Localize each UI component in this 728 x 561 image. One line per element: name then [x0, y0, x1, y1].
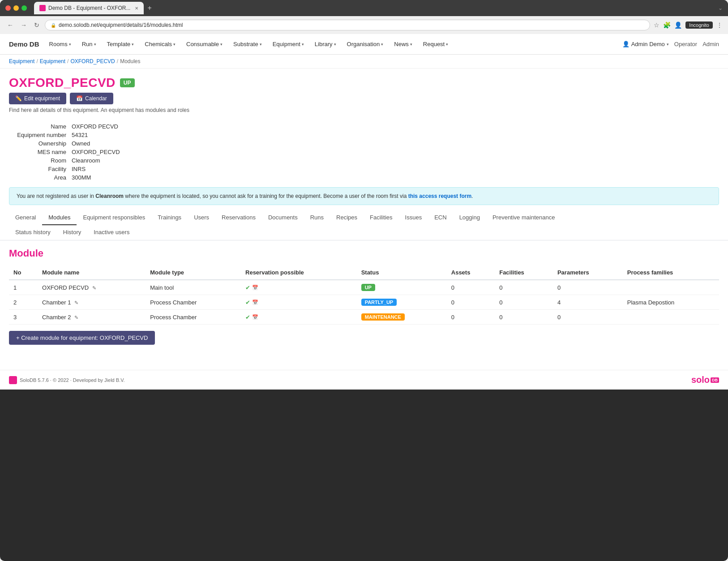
- col-parameters: Parameters: [553, 266, 623, 280]
- edit-equipment-button[interactable]: ✏️ Edit equipment: [9, 93, 66, 104]
- url-text: demo.solodb.net/equipment/details/16/mod…: [59, 22, 183, 28]
- refresh-button[interactable]: ↻: [32, 21, 41, 30]
- table-row: 2 Chamber 1 ✎ Process Chamber ✔ 📅: [9, 295, 719, 310]
- detail-row-mes: MES name OXFORD_PECVD: [9, 148, 124, 156]
- edit-module-icon[interactable]: ✎: [74, 315, 78, 320]
- tab-reservations[interactable]: Reservations: [215, 210, 262, 225]
- nav-item-library[interactable]: Library ▾: [310, 38, 341, 50]
- footer-left: SoloDB 5.7.6 · © 2022 · Developed by Jie…: [9, 376, 125, 384]
- nav-item-rooms[interactable]: Rooms ▾: [45, 38, 76, 50]
- section-title: Module: [9, 248, 719, 259]
- back-button[interactable]: ←: [5, 21, 15, 30]
- nav-item-organisation[interactable]: Organisation ▾: [343, 38, 388, 50]
- tab-logging[interactable]: Logging: [453, 210, 486, 225]
- nav-item-equipment[interactable]: Equipment ▾: [268, 38, 308, 50]
- calendar-button[interactable]: 📅 Calendar: [70, 93, 113, 104]
- nav-item-template[interactable]: Template ▾: [103, 38, 139, 50]
- calendar-small-icon[interactable]: 📅: [252, 285, 258, 291]
- row1-assets: 0: [447, 280, 495, 295]
- nav-item-request[interactable]: Request ▾: [419, 38, 453, 50]
- nav-item-consumable[interactable]: Consumable ▾: [182, 38, 227, 50]
- tab-recipes[interactable]: Recipes: [330, 210, 364, 225]
- nav-item-substrate[interactable]: Substrate ▾: [229, 38, 266, 50]
- traffic-lights: [5, 5, 27, 11]
- col-assets: Assets: [447, 266, 495, 280]
- active-tab[interactable]: Demo DB - Equipment - OXFOR... ✕: [34, 2, 144, 14]
- calendar-small-icon[interactable]: 📅: [252, 314, 258, 320]
- footer-db-badge: DB: [711, 377, 719, 383]
- user-name: Admin Demo: [631, 41, 665, 47]
- equipment-title: OXFORD_PECVD: [9, 76, 116, 90]
- tabs-row-1: General Modules Equipment responsibles T…: [9, 210, 719, 225]
- alert-box: You are not registered as user in Cleanr…: [9, 187, 719, 205]
- forward-button[interactable]: →: [19, 21, 29, 30]
- chevron-down-icon: ▾: [667, 42, 669, 47]
- tab-equipment-responsibles[interactable]: Equipment responsibles: [77, 210, 151, 225]
- calendar-small-icon[interactable]: 📅: [252, 300, 258, 305]
- star-icon[interactable]: ☆: [654, 21, 659, 29]
- maximize-button[interactable]: [21, 5, 27, 11]
- edit-module-icon[interactable]: ✎: [74, 300, 78, 305]
- tab-facilities[interactable]: Facilities: [364, 210, 399, 225]
- breadcrumb-equipment-link[interactable]: Equipment: [9, 58, 34, 64]
- app-content: Demo DB Rooms ▾ Run ▾ Template ▾ Chemica…: [0, 34, 728, 390]
- value-area: 300MM: [72, 173, 124, 182]
- table-row: 3 Chamber 2 ✎ Process Chamber ✔ 📅: [9, 310, 719, 325]
- chevron-down-icon: ▾: [132, 42, 134, 47]
- details-table: Name OXFORD PECVD Equipment number 54321…: [9, 122, 124, 182]
- tab-issues[interactable]: Issues: [399, 210, 428, 225]
- chevron-down-icon: ▾: [260, 42, 262, 47]
- tab-runs[interactable]: Runs: [304, 210, 330, 225]
- value-mes: OXFORD_PECVD: [72, 148, 124, 156]
- footer-logo-text: solo: [691, 375, 710, 385]
- chevron-down-icon: ▾: [220, 42, 223, 47]
- new-tab-button[interactable]: +: [146, 4, 153, 12]
- tab-close-icon[interactable]: ✕: [135, 6, 138, 11]
- minimize-button[interactable]: [13, 5, 19, 11]
- url-bar[interactable]: 🔒 demo.solodb.net/equipment/details/16/m…: [45, 20, 650, 30]
- user-menu[interactable]: 👤 Admin Demo ▾: [622, 41, 669, 47]
- nav-item-run[interactable]: Run ▾: [77, 38, 101, 50]
- create-module-button[interactable]: + Create module for equipment: OXFORD_PE…: [9, 331, 155, 345]
- chevron-down-icon: ▾: [410, 42, 412, 47]
- menu-icon[interactable]: ⋮: [716, 21, 723, 29]
- nav-item-chemicals[interactable]: Chemicals ▾: [140, 38, 180, 50]
- tab-users[interactable]: Users: [188, 210, 215, 225]
- tab-favicon: [39, 5, 46, 11]
- row3-assets: 0: [447, 310, 495, 325]
- chevron-down-icon: ▾: [446, 42, 448, 47]
- equipment-actions: ✏️ Edit equipment 📅 Calendar: [9, 93, 719, 104]
- row2-status: PARTLY_UP: [357, 295, 447, 310]
- equipment-header: OXFORD_PECVD UP ✏️ Edit equipment 📅 Cale…: [0, 69, 728, 122]
- detail-row-area: Area 300MM: [9, 173, 124, 182]
- edit-module-icon[interactable]: ✎: [92, 285, 96, 291]
- detail-row-equip-num: Equipment number 54321: [9, 131, 124, 139]
- address-bar-actions: ☆ 🧩 👤 Incognito ⋮: [654, 21, 723, 29]
- status-badge: MAINTENANCE: [361, 313, 405, 321]
- tab-general[interactable]: General: [9, 210, 42, 225]
- app-footer: SoloDB 5.7.6 · © 2022 · Developed by Jie…: [0, 370, 728, 390]
- tab-inactive-users[interactable]: Inactive users: [87, 225, 136, 240]
- tab-history[interactable]: History: [57, 225, 87, 240]
- tab-trainings[interactable]: Trainings: [151, 210, 188, 225]
- col-module-name: Module name: [38, 266, 146, 280]
- row3-type: Process Chamber: [146, 310, 241, 325]
- col-module-type: Module type: [146, 266, 241, 280]
- tab-ecn[interactable]: ECN: [428, 210, 453, 225]
- label-mes: MES name: [9, 148, 72, 156]
- tab-documents[interactable]: Documents: [262, 210, 304, 225]
- profile-icon[interactable]: 👤: [674, 21, 682, 29]
- nav-item-news[interactable]: News ▾: [390, 38, 417, 50]
- table-row: 1 OXFORD PECVD ✎ Main tool ✔ 📅: [9, 280, 719, 295]
- tab-status-history[interactable]: Status history: [9, 225, 57, 240]
- extensions-icon[interactable]: 🧩: [663, 21, 671, 29]
- breadcrumb-equipment2-link[interactable]: Equipment: [40, 58, 65, 64]
- breadcrumb-oxford-link[interactable]: OXFORD_PECVD: [70, 58, 115, 64]
- row2-facilities: 0: [495, 295, 553, 310]
- close-button[interactable]: [5, 5, 11, 11]
- tab-modules[interactable]: Modules: [42, 210, 77, 225]
- tab-preventive-maintenance[interactable]: Preventive maintenance: [486, 210, 561, 225]
- equipment-title-row: OXFORD_PECVD UP: [9, 76, 719, 90]
- chevron-down-icon: ▾: [173, 42, 176, 47]
- alert-access-link[interactable]: this access request form: [408, 193, 471, 199]
